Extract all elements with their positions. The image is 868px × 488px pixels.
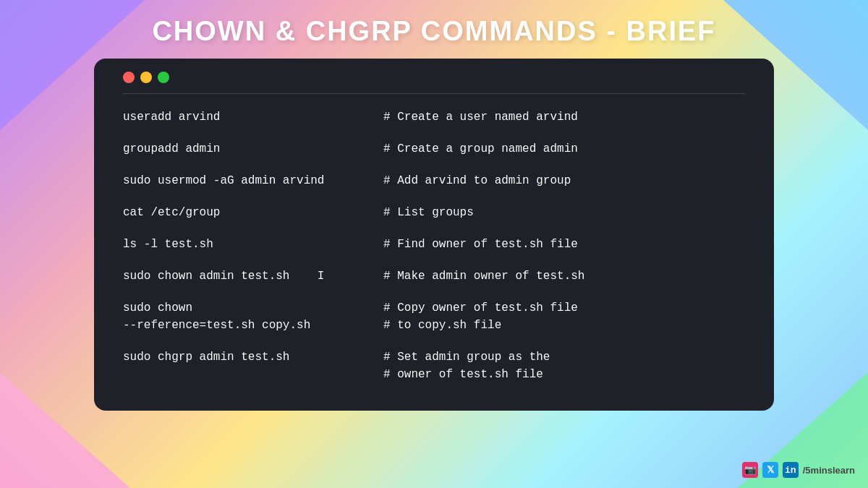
minimize-button-dot (140, 72, 152, 83)
linkedin-icon: in (783, 462, 799, 478)
command-comment: # Find owner of test.sh file (383, 236, 578, 253)
maximize-button-dot (158, 72, 169, 83)
social-bar: 📷 𝕏 in /5minslearn (742, 462, 855, 478)
list-item: sudo chown admin test.sh I # Make admin … (123, 260, 745, 292)
close-button-dot (123, 72, 135, 83)
command-code: useradd arvind (123, 108, 383, 126)
twitter-icon: 𝕏 (762, 462, 778, 478)
command-code: cat /etc/group (123, 204, 383, 221)
list-item: ls -l test.sh # Find owner of test.sh fi… (123, 228, 745, 260)
instagram-icon: 📷 (742, 462, 758, 478)
command-comment: # Add arvind to admin group (383, 172, 571, 189)
command-comment: # List groups (383, 204, 474, 221)
command-code: ls -l test.sh (123, 236, 383, 253)
command-comment: # Create a group named admin (383, 140, 578, 158)
terminal-divider (123, 93, 745, 94)
terminal-window: useradd arvind # Create a user named arv… (94, 59, 774, 411)
command-comment: # Make admin owner of test.sh (383, 267, 584, 285)
list-item: useradd arvind # Create a user named arv… (123, 101, 745, 133)
command-comment: # Create a user named arvind (383, 108, 578, 126)
command-comment: # Copy owner of test.sh file # to copy.s… (383, 299, 578, 334)
list-item: sudo usermod -aG admin arvind # Add arvi… (123, 165, 745, 197)
list-item: groupadd admin # Create a group named ad… (123, 133, 745, 165)
command-code: sudo usermod -aG admin arvind (123, 172, 383, 189)
social-handle: /5minslearn (803, 465, 855, 476)
command-list: useradd arvind # Create a user named arv… (123, 101, 745, 390)
list-item: sudo chgrp admin test.sh # Set admin gro… (123, 341, 745, 390)
command-code: sudo chgrp admin test.sh (123, 348, 383, 366)
command-comment: # Set admin group as the # owner of test… (383, 348, 550, 383)
list-item: sudo chown --reference=test.sh copy.sh #… (123, 292, 745, 341)
page-title: CHOWN & CHGRP COMMANDS - BRIEF (0, 0, 868, 59)
command-code: groupadd admin (123, 140, 383, 158)
command-code: sudo chown admin test.sh I (123, 267, 383, 285)
command-code: sudo chown --reference=test.sh copy.sh (123, 299, 383, 334)
traffic-lights (123, 72, 745, 83)
list-item: cat /etc/group # List groups (123, 197, 745, 228)
